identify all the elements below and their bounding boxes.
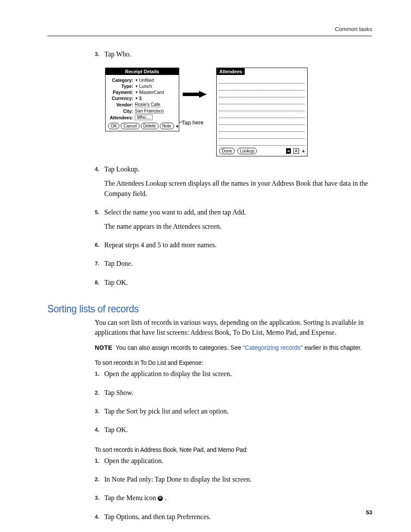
step-text: Open the application. <box>104 456 372 466</box>
step-number: 7. <box>95 258 104 273</box>
list-line[interactable] <box>219 100 305 104</box>
step-5: 5. Select the name you want to add, and … <box>95 207 372 236</box>
list-line[interactable] <box>219 113 305 118</box>
step-body: Select the name you want to add, and the… <box>104 207 372 236</box>
step-para: The Attendees Lookup screen displays all… <box>104 178 372 198</box>
subheading-c: To sort records in Address Book, Note Pa… <box>95 446 350 453</box>
ok-button[interactable]: OK <box>108 123 119 129</box>
header-rule <box>47 36 372 36</box>
step-c2: 2.In Note Pad only: Tap Done to display … <box>95 474 372 488</box>
payment-value[interactable]: MasterCard <box>139 90 164 95</box>
figure: Receipt Details Category:▼Unfiled Type:▼… <box>105 68 372 156</box>
payment-label: Payment: <box>108 90 133 95</box>
attendees-label: Attendees: <box>108 115 133 120</box>
cancel-button[interactable]: Cancel <box>121 123 139 129</box>
currency-value[interactable]: $ <box>139 96 142 101</box>
step-text: Tap Lookup. <box>104 164 372 174</box>
step-number: 8. <box>95 277 104 292</box>
receipt-title: Receipt Details <box>106 68 179 75</box>
dropdown-icon[interactable]: ▼ <box>135 96 138 100</box>
category-value[interactable]: Unfiled <box>139 78 154 83</box>
step-text-before: Tap the Menu icon <box>104 494 158 501</box>
note-button[interactable]: Note <box>160 123 174 129</box>
dropdown-icon[interactable]: ▼ <box>135 78 138 82</box>
subheading-b: To sort records in To Do List and Expens… <box>95 359 350 366</box>
list-line[interactable] <box>219 86 305 90</box>
step-para: The name appears in the Attendees screen… <box>104 221 372 231</box>
step-text: Tap OK. <box>104 425 372 435</box>
step-text: In Note Pad only: Tap Done to display th… <box>104 474 372 484</box>
list-line[interactable] <box>219 106 305 111</box>
step-text: Tap the Sort by pick list and select an … <box>104 406 372 416</box>
note-text-after: earlier in this chapter. <box>303 344 362 351</box>
step-b1: 1.Open the application to display the li… <box>95 369 372 383</box>
main-content: 3. Tap Who. Receipt Details Category:▼Un… <box>95 49 372 526</box>
menu-icon <box>158 496 163 501</box>
list-line[interactable] <box>219 134 305 139</box>
step-body: Tap the Sort by pick list and select an … <box>104 406 372 420</box>
page-number: 53 <box>366 509 372 516</box>
step-number: 4. <box>95 425 104 439</box>
step-text: Tap Who. <box>104 49 372 59</box>
step-text: Tap Done. <box>104 258 372 268</box>
step-body: Open the application. <box>104 456 372 470</box>
section-heading: Sorting lists of records <box>47 303 346 315</box>
keyboard-abc-lower-icon[interactable]: a <box>286 148 291 154</box>
step-c4: 4.Tap Options, and then tap Preferences. <box>95 512 372 526</box>
vendor-label: Vendor: <box>108 102 133 107</box>
lookup-button[interactable]: Lookup <box>237 148 257 154</box>
steps-list-a-cont: 4. Tap Lookup. The Attendees Lookup scre… <box>95 164 372 292</box>
step-number: 3. <box>95 49 104 63</box>
note-link[interactable]: "Categorizing records" <box>243 344 303 351</box>
note-text-before: You can also assign records to categorie… <box>115 344 243 351</box>
attendees-screen: Attendees Done Lookup <box>216 68 308 156</box>
step-body: Tap OK. <box>104 277 372 292</box>
step-body: Tap Show. <box>104 388 372 402</box>
list-line[interactable] <box>219 127 305 132</box>
step-c1: 1.Open the application. <box>95 456 372 470</box>
step-body: Tap the Menu icon . <box>104 493 372 507</box>
note-label: NOTE <box>95 344 112 351</box>
document-page: Common tasks 3. Tap Who. Receipt Details… <box>0 0 411 532</box>
step-number: 4. <box>95 512 104 526</box>
keyboard-abc-upper-icon[interactable]: A <box>293 148 299 154</box>
step-6: 6.Repeat steps 4 and 5 to add more names… <box>95 240 372 254</box>
list-line[interactable] <box>219 141 305 146</box>
steps-list-b: 1.Open the application to display the li… <box>95 369 372 439</box>
list-line[interactable] <box>219 120 305 125</box>
step-b2: 2.Tap Show. <box>95 388 372 402</box>
svg-marker-0 <box>183 91 207 98</box>
dropdown-icon[interactable]: ▼ <box>135 84 138 88</box>
step-body: Tap Done. <box>104 258 372 273</box>
step-number: 6. <box>95 240 104 254</box>
who-button[interactable]: Who… <box>135 115 153 120</box>
type-label: Type: <box>108 84 133 89</box>
list-line[interactable] <box>219 93 305 97</box>
city-value[interactable]: San Francisco <box>135 108 164 114</box>
step-number: 1. <box>95 369 104 383</box>
type-value[interactable]: Lunch <box>139 84 152 89</box>
step-number: 3. <box>95 406 104 420</box>
delete-button[interactable]: Delete <box>141 123 159 129</box>
vendor-value[interactable]: Rosie's Cafe <box>135 102 161 107</box>
step-7: 7.Tap Done. <box>95 258 372 273</box>
dropdown-icon[interactable]: ▼ <box>135 90 138 94</box>
step-text: Select the name you want to add, and the… <box>104 207 372 217</box>
section-paragraph: You can sort lists of records in various… <box>95 317 372 337</box>
step-4: 4. Tap Lookup. The Attendees Lookup scre… <box>95 164 372 203</box>
step-number: 2. <box>95 474 104 488</box>
step-text-after: . <box>163 494 166 501</box>
category-label: Category: <box>108 78 133 83</box>
list-line[interactable] <box>219 79 305 84</box>
step-body: Tap Who. <box>104 49 372 63</box>
step-3: 3. Tap Who. <box>95 49 372 63</box>
step-body: In Note Pad only: Tap Done to display th… <box>104 474 372 488</box>
step-text: Tap Options, and then tap Preferences. <box>104 512 372 522</box>
step-text: Open the application to display the list… <box>104 369 372 379</box>
steps-list-c: 1.Open the application. 2.In Note Pad on… <box>95 456 372 526</box>
done-button[interactable]: Done <box>219 148 235 154</box>
step-8: 8.Tap OK. <box>95 277 372 292</box>
attendees-title: Attendees <box>217 68 245 75</box>
step-b3: 3.Tap the Sort by pick list and select a… <box>95 406 372 420</box>
step-b4: 4.Tap OK. <box>95 425 372 439</box>
